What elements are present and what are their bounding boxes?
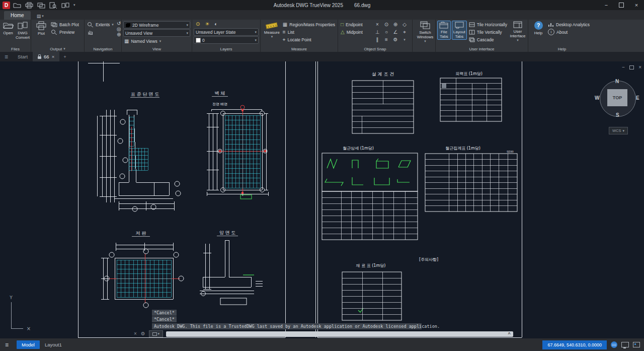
viewcube[interactable]: N W E S TOP — [600, 81, 636, 117]
snap-quadrant-icon[interactable]: ◇ — [403, 22, 407, 27]
statusbar-menu-icon[interactable]: ≡ — [0, 341, 14, 348]
command-expand-icon[interactable]: ^ — [508, 331, 511, 336]
start-tab-label: Start — [18, 54, 28, 59]
plot-icon[interactable] — [25, 2, 33, 9]
open-button[interactable]: Open — [2, 21, 15, 36]
pan-button[interactable] — [86, 28, 115, 36]
snap-node-icon[interactable]: ⊕ — [393, 22, 397, 27]
qat-dropdown-icon[interactable]: ▾ — [73, 3, 75, 7]
cad-drawing[interactable]: 표 준 단 면 도벽 체전면 배면저 판앙 면 도설 계 조 건외력표 (1m당… — [0, 61, 644, 338]
viewcube-top-face[interactable]: TOP — [607, 89, 627, 106]
tab-close-icon[interactable]: × — [52, 54, 55, 59]
app-logo-icon[interactable]: D — [3, 2, 10, 9]
snap-intersection-icon[interactable]: × — [376, 22, 379, 27]
snap-perpendicular-icon[interactable]: ⊥ — [375, 30, 380, 35]
region-mass-properties-button[interactable]: ▦ Region/Mass Properties — [282, 21, 336, 28]
midpoint-label: Midpoint — [347, 30, 363, 35]
layout-tabs-toggle[interactable]: Layout Tabs — [452, 21, 467, 40]
panel-label-navigation: Navigation — [85, 46, 121, 52]
chevron-down-icon: ▾ — [622, 129, 624, 133]
current-layer-dropdown[interactable]: 0 ▾ — [194, 36, 259, 44]
switch-windows-button[interactable]: Switch Windows ▾ — [414, 21, 436, 44]
tab-66[interactable]: 66 × — [33, 52, 59, 61]
visual-style-dropdown[interactable]: 2D Wireframe ▾ — [123, 21, 190, 29]
preview-button[interactable]: Preview — [50, 28, 80, 36]
viewcube-west[interactable]: W — [595, 95, 599, 101]
snap-center-icon[interactable]: ⊙ — [384, 22, 388, 27]
zoom-realtime-icon[interactable]: ⊕ — [117, 32, 121, 37]
panel-label-view: View — [122, 46, 192, 52]
close-button[interactable]: × — [629, 0, 644, 10]
ribbon-display-toggle[interactable]: ▤ ▾ — [37, 14, 44, 19]
dwg-convert-icon[interactable] — [61, 2, 69, 9]
drawing-minimize-icon[interactable]: − — [622, 64, 625, 70]
chevron-down-icon: ▾ — [159, 39, 162, 43]
layout1-tab[interactable]: Layout1 — [40, 340, 67, 349]
tab-home[interactable]: Home — [4, 11, 31, 20]
viewcube-south[interactable]: S — [616, 112, 619, 118]
file-tabs-toggle[interactable]: File Tabs — [437, 21, 451, 40]
recent-commands-button[interactable]: ▾ — [149, 330, 163, 337]
geolocation-icon[interactable] — [611, 341, 617, 348]
snap-settings-icon[interactable]: ⚙ — [393, 37, 398, 42]
viewcube-north[interactable]: N — [615, 79, 619, 84]
batch-plot-button[interactable]: Batch Plot — [50, 21, 80, 28]
new-tab-button[interactable]: + — [59, 54, 70, 59]
locate-point-button[interactable]: ⌖ Locate Point — [282, 36, 336, 43]
layer-state-dropdown[interactable]: Unsaved Layer State ▾ — [194, 28, 259, 36]
layer-on-icon[interactable]: ⊙ — [196, 22, 200, 27]
snap-dropdown-icon[interactable]: ▾ — [404, 38, 406, 42]
file-tabs-menu-icon[interactable]: ≡ — [0, 53, 13, 60]
region-icon: ▦ — [283, 22, 287, 27]
view-state-dropdown[interactable]: Unsaved View ▾ — [123, 29, 190, 37]
layer-freeze-icon[interactable]: ☀ — [205, 22, 209, 27]
panel-expander-icon[interactable]: ▾ — [63, 47, 65, 51]
tile-vertically-button[interactable]: Tile Vertically — [468, 28, 508, 36]
snap-angle-icon[interactable]: ∠ — [393, 30, 398, 35]
tile-horizontally-button[interactable]: Tile Horizontally — [468, 21, 508, 28]
preview-icon[interactable] — [49, 2, 57, 9]
wcs-selector[interactable]: WCS ▾ — [609, 127, 628, 134]
viewcube-east[interactable]: E — [636, 95, 639, 101]
drawing-restore-icon[interactable] — [629, 65, 634, 69]
zoom-extents-button[interactable]: Extents ▾ — [86, 21, 115, 28]
plot-button[interactable]: Plot — [33, 21, 50, 36]
desktop-analytics-button[interactable]: Desktop Analytics — [547, 21, 591, 28]
customize-wrench-icon[interactable]: ⚙ — [141, 331, 145, 336]
visual-style-value: 2D Wireframe — [132, 23, 158, 28]
maximize-button[interactable] — [614, 0, 629, 10]
help-button[interactable]: ? Help — [530, 21, 547, 36]
layer-state-value: Unsaved Layer State — [196, 30, 235, 35]
drawing-area[interactable]: 표 준 단 면 도벽 체전면 배면저 판앙 면 도설 계 조 건외력표 (1m당… — [0, 61, 644, 338]
orbit-icon[interactable]: ↺ — [117, 21, 121, 26]
about-button[interactable]: i About — [547, 28, 591, 36]
snap-list-icon[interactable]: ≡ — [385, 37, 388, 42]
user-interface-button[interactable]: User Interface ▾ — [509, 21, 526, 43]
tab-start[interactable]: Start — [13, 52, 33, 61]
snap-tangent-icon[interactable]: ○ — [385, 30, 388, 35]
measure-button[interactable]: Measure ▾ — [262, 21, 282, 39]
list-button[interactable]: ≡ List — [282, 28, 336, 36]
batch-plot-icon[interactable] — [37, 2, 45, 9]
statusbar: ≡ Model Layout1 67.6649, 540.6310, 0.000… — [0, 338, 644, 351]
dwg-convert-button[interactable]: DWG Convert — [15, 21, 31, 40]
model-tab[interactable]: Model — [17, 340, 40, 349]
chevron-down-icon: ▾ — [186, 23, 188, 27]
hardware-acceleration-icon[interactable] — [621, 342, 629, 347]
snap-parallel-icon[interactable]: ∥ — [376, 37, 379, 42]
layer-isolate-icon[interactable]: ◐ — [214, 22, 217, 27]
endpoint-snap-button[interactable]: □ Endpoint — [340, 21, 371, 28]
drawing-close-icon[interactable]: × — [638, 64, 641, 70]
named-views-button[interactable]: ▦ Named Views ▾ — [123, 37, 190, 45]
svg-text:외력표 (1m당): 외력표 (1m당) — [455, 72, 482, 76]
minimize-button[interactable]: − — [599, 0, 614, 10]
snap-nearest-icon[interactable]: ⌖ — [403, 30, 406, 35]
graphics-performance-icon[interactable] — [633, 342, 640, 347]
steering-wheel-icon[interactable]: ◎ — [117, 27, 121, 32]
panel-view: 2D Wireframe ▾ Unsaved View ▾ ▦ Named Vi… — [122, 20, 192, 52]
midpoint-snap-button[interactable]: △ Midpoint — [340, 28, 371, 36]
command-close-icon[interactable]: × — [134, 331, 137, 336]
cascade-button[interactable]: Cascade — [468, 36, 508, 43]
open-icon[interactable] — [13, 2, 21, 9]
command-input[interactable]: ^ — [166, 331, 513, 337]
